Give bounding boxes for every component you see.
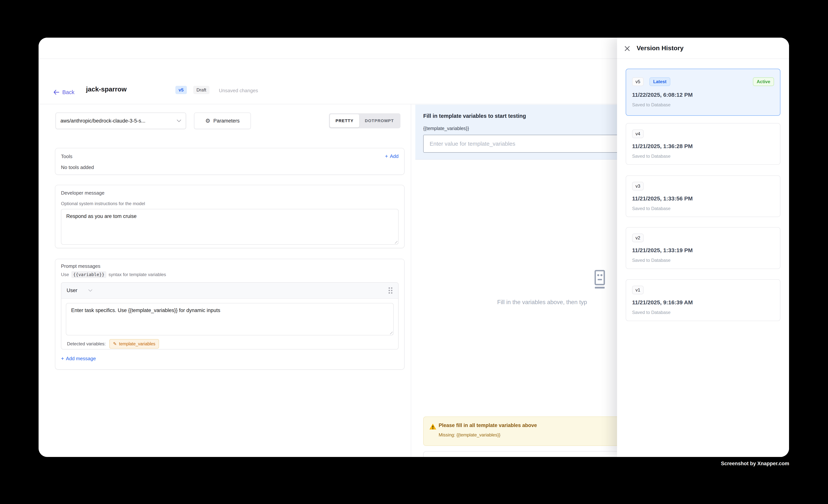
latest-badge: Latest: [650, 77, 670, 86]
version-storage: Saved to Database: [632, 258, 670, 263]
unsaved-changes-label: Unsaved changes: [219, 88, 258, 93]
back-label: Back: [62, 89, 74, 95]
detected-variables-row: Detected variables: ✎ template_variables: [67, 339, 159, 348]
version-storage: Saved to Database: [632, 206, 670, 211]
detected-variable-badge[interactable]: ✎ template_variables: [109, 339, 159, 348]
panel-divider: [411, 104, 411, 457]
version-row-v1[interactable]: v1 11/21/2025, 9:16:39 AM Saved to Datab…: [626, 279, 780, 321]
back-button[interactable]: Back: [53, 88, 74, 96]
parameters-label: Parameters: [213, 118, 240, 124]
plus-icon: +: [61, 355, 64, 362]
add-message-button[interactable]: + Add message: [61, 355, 96, 362]
prompt-messages-card: Prompt messages Use {{variable}} syntax …: [55, 259, 405, 370]
version-chip: v4: [632, 129, 644, 138]
plus-icon: +: [385, 153, 388, 159]
page-title: jack-sparrow: [86, 85, 127, 93]
add-tool-label: Add: [390, 153, 399, 159]
tools-label: Tools: [61, 154, 73, 159]
version-date: 11/21/2025, 9:16:39 AM: [632, 299, 693, 306]
version-chip: v2: [632, 234, 644, 242]
close-icon[interactable]: [623, 44, 631, 53]
back-arrow-icon: [53, 90, 59, 95]
role-select-value: User: [67, 288, 77, 293]
version-storage: Saved to Database: [632, 102, 670, 108]
format-toggle: PRETTY DOTPROMPT: [329, 113, 401, 128]
pen-icon: ✎: [113, 341, 117, 346]
add-tool-button[interactable]: + Add: [385, 153, 399, 159]
developer-message-hint: Optional system instructions for the mod…: [61, 201, 145, 206]
warning-icon: [429, 423, 437, 430]
prompt-messages-label: Prompt messages: [61, 263, 100, 269]
no-tools-text: No tools added: [61, 165, 94, 170]
version-chip: v3: [632, 182, 644, 191]
prompt-messages-hint: Use {{variable}} syntax for template var…: [61, 271, 166, 278]
test-panel-title: Fill in template variables to start test…: [423, 113, 526, 119]
version-date: 11/21/2025, 1:33:19 PM: [632, 247, 693, 253]
message-block: User Enter task specifics. Use {{templat…: [61, 282, 399, 349]
version-date: 11/22/2025, 6:08:12 PM: [632, 92, 693, 98]
developer-message-card: Developer message Optional system instru…: [55, 185, 405, 248]
chevron-down-icon: [88, 289, 92, 292]
chevron-down-icon: [177, 120, 181, 122]
version-storage: Saved to Database: [632, 154, 670, 159]
detected-variable-name: template_variables: [119, 341, 156, 346]
bot-face-icon: [593, 270, 606, 289]
model-select[interactable]: aws/anthropic/bedrock-claude-3-5-s...: [55, 113, 186, 129]
gear-icon: ⚙: [205, 118, 210, 124]
warning-title: Please fill in all template variables ab…: [439, 422, 537, 428]
message-header: User: [61, 283, 398, 299]
version-history-panel: Version History v5 Latest Active 11/22/2…: [617, 38, 789, 457]
version-date: 11/21/2025, 1:36:28 PM: [632, 143, 693, 150]
status-badge: Active: [753, 77, 774, 86]
toggle-pretty[interactable]: PRETTY: [330, 114, 359, 127]
empty-state-hint: Fill in the variables above, then typ: [497, 299, 587, 306]
version-row-v4[interactable]: v4 11/21/2025, 1:36:28 PM Saved to Datab…: [626, 123, 780, 165]
version-history-header: Version History: [617, 38, 789, 59]
toggle-dotprompt[interactable]: DOTPROMPT: [359, 114, 400, 127]
developer-message-label: Developer message: [61, 190, 105, 196]
window-top-bar: [39, 38, 617, 59]
version-row-v2[interactable]: v2 11/21/2025, 1:33:19 PM Saved to Datab…: [626, 227, 780, 269]
version-history-title: Version History: [636, 44, 684, 52]
version-date: 11/21/2025, 1:33:56 PM: [632, 195, 693, 202]
hint-prefix: Use: [61, 272, 69, 277]
app-window: Back jack-sparrow v5 Draft Unsaved chang…: [39, 38, 789, 457]
variable-syntax-chip: {{variable}}: [71, 271, 106, 278]
parameters-button[interactable]: ⚙ Parameters: [194, 113, 251, 129]
detected-variables-label: Detected variables:: [67, 341, 106, 346]
version-chip: v5: [632, 77, 644, 86]
version-storage: Saved to Database: [632, 310, 670, 315]
watermark-text: Screenshot by Xnapper.com: [721, 461, 789, 467]
tools-card: Tools + Add No tools added: [55, 148, 405, 175]
add-message-label: Add message: [66, 356, 96, 362]
developer-message-textarea[interactable]: Respond as you are tom cruise: [61, 209, 399, 245]
header-divider: [39, 104, 617, 104]
model-select-value: aws/anthropic/bedrock-claude-3-5-s...: [60, 118, 177, 124]
version-badge: v5: [175, 86, 187, 94]
user-message-textarea[interactable]: Enter task specifics. Use {{template_var…: [66, 303, 394, 335]
template-variable-label: {{template_variables}}: [423, 126, 469, 131]
warning-detail: Missing: {{template_variables}}: [439, 432, 500, 437]
draft-badge: Draft: [193, 86, 209, 94]
version-row-v5[interactable]: v5 Latest Active 11/22/2025, 6:08:12 PM …: [626, 69, 780, 116]
version-chip: v1: [632, 286, 644, 294]
hint-suffix: syntax for template variables: [109, 272, 166, 277]
role-select[interactable]: User: [67, 288, 92, 293]
drag-handle-icon[interactable]: [388, 287, 393, 294]
version-row-v3[interactable]: v3 11/21/2025, 1:33:56 PM Saved to Datab…: [626, 175, 780, 217]
